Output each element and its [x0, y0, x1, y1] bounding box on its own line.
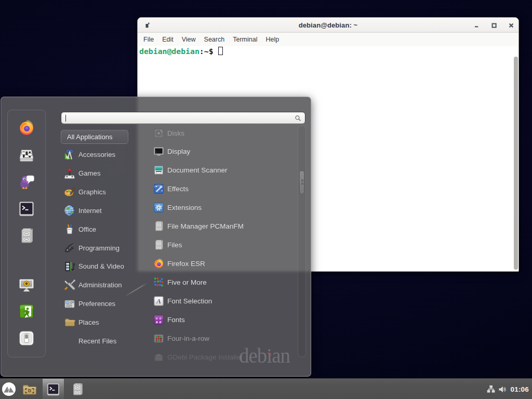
session-shut-down-icon[interactable]: [18, 330, 35, 347]
app-label: File Manager PCManFM: [167, 222, 244, 230]
category-administration[interactable]: Administration: [64, 279, 122, 291]
category-label: Preferences: [78, 300, 115, 308]
taskbar-menu-button[interactable]: [2, 382, 16, 396]
category-label: Programming: [78, 244, 119, 252]
app-label: Font Selection: [167, 297, 212, 305]
fonts-icon: aaaa: [153, 314, 164, 325]
favorite-terminal-icon[interactable]: [18, 201, 35, 217]
session-lock-screen-icon[interactable]: [18, 277, 35, 294]
terminal-scrollbar[interactable]: [514, 57, 518, 270]
category-graphics[interactable]: Graphics: [64, 185, 106, 198]
category-sound-video[interactable]: Sound & Video: [64, 260, 124, 273]
favorite-firefox-icon[interactable]: [18, 119, 35, 136]
app-firefox-esr[interactable]: Firefox ESR: [153, 257, 205, 270]
app-fonts[interactable]: aaaaFonts: [153, 313, 185, 326]
category-programming[interactable]: Programming: [64, 242, 119, 254]
category-games[interactable]: Games: [64, 167, 101, 180]
app-files[interactable]: Files: [153, 239, 182, 251]
category-places[interactable]: Places: [64, 316, 99, 328]
app-four-in-a-row[interactable]: Four-in-a-row: [153, 332, 209, 344]
close-icon[interactable]: [507, 21, 515, 30]
gdebi-icon: [153, 352, 164, 363]
app-label: Files: [167, 241, 182, 249]
app-disks[interactable]: Disks: [153, 127, 184, 139]
favorite-file-manager-icon[interactable]: [18, 228, 35, 244]
prompt-user-host: debian@debian: [139, 47, 200, 56]
app-label: Firefox ESR: [167, 260, 205, 268]
menubar-item-terminal[interactable]: Terminal: [233, 36, 257, 43]
menubar-item-view[interactable]: View: [182, 36, 196, 43]
scrollbar-grip: [301, 180, 303, 185]
menubar-item-file[interactable]: File: [143, 36, 154, 43]
category-office[interactable]: Office: [64, 223, 96, 235]
graphics-icon: [64, 186, 75, 197]
search-input[interactable]: [61, 112, 305, 124]
session-log-out-icon[interactable]: [18, 303, 35, 320]
category-label: Graphics: [78, 188, 106, 196]
volume-icon[interactable]: [498, 385, 507, 393]
category-all-applications-selected[interactable]: All Applications: [61, 130, 128, 144]
games-icon: [64, 168, 75, 179]
taskbar-launcher-files-folder[interactable]: D: [22, 383, 37, 396]
desktop: { "wallpaper": { "watermark_text": "debi…: [0, 0, 532, 399]
office-icon: [64, 223, 75, 235]
category-internet[interactable]: Internet: [64, 204, 102, 217]
category-label: Administration: [78, 281, 122, 289]
category-recent-files[interactable]: Recent Files: [64, 335, 116, 347]
app-file-manager-pcmanfm[interactable]: File Manager PCManFM: [153, 220, 244, 233]
menubar-item-search[interactable]: Search: [204, 36, 225, 43]
menubar-item-help[interactable]: Help: [265, 36, 279, 43]
apps-scrollbar-track[interactable]: [298, 125, 306, 357]
network-icon[interactable]: [487, 385, 495, 393]
category-label: Accessories: [78, 151, 115, 158]
favorite-volume-mixer-icon[interactable]: [18, 147, 35, 163]
app-label: Fonts: [167, 316, 185, 324]
display-icon: [153, 146, 164, 157]
menubar-item-edit[interactable]: Edit: [162, 36, 174, 43]
category-label: Games: [78, 169, 101, 177]
grip-dot: [301, 180, 303, 181]
programming-icon: [64, 242, 75, 254]
accessories-icon: [64, 149, 75, 161]
terminal-cursor: [218, 47, 223, 55]
app-label: Extensions: [167, 204, 202, 211]
disks-icon: [153, 128, 164, 139]
taskbar-clock[interactable]: 01:06: [510, 385, 529, 393]
app-gdebi-package-installer[interactable]: GDebi Package Installer: [153, 351, 243, 363]
app-label: GDebi Package Installer: [167, 353, 243, 361]
app-effects[interactable]: Effects: [153, 183, 189, 195]
category-preferences[interactable]: Preferences: [64, 298, 115, 310]
apps-scrollbar-thumb[interactable]: [299, 170, 304, 194]
favorite-pidgin-icon[interactable]: [18, 174, 35, 190]
four-in-a-row-icon: [153, 333, 164, 344]
app-font-selection[interactable]: AFont Selection: [153, 295, 212, 307]
category-label: Recent Files: [78, 337, 116, 345]
system-tray: 01:06: [487, 379, 532, 399]
firefox-icon: [153, 258, 164, 269]
category-accessories[interactable]: Accessories: [64, 149, 115, 161]
taskbar-window-terminal[interactable]: [43, 379, 64, 399]
app-document-scanner[interactable]: Document Scanner: [153, 164, 228, 177]
app-five-or-more[interactable]: Five or More: [153, 276, 207, 288]
category-label: Sound & Video: [78, 262, 124, 270]
administration-icon: [64, 280, 75, 291]
app-label: Document Scanner: [167, 166, 228, 174]
svg-text:a: a: [156, 320, 158, 324]
taskbar: 01:06 D: [0, 378, 532, 399]
terminal-menubar: FileEditViewSearchTerminalHelp: [138, 33, 518, 46]
app-display[interactable]: Display: [153, 145, 190, 158]
app-label: Five or More: [167, 278, 207, 286]
app-extensions[interactable]: Extensions: [153, 202, 202, 214]
hover-trail-line: [125, 283, 148, 296]
category-label: Office: [78, 225, 96, 233]
maximize-icon[interactable]: [490, 21, 498, 30]
terminal-titlebar[interactable]: debian@debian: ~: [138, 18, 518, 33]
minimize-icon[interactable]: [472, 21, 481, 30]
category-label: Internet: [78, 207, 102, 215]
effects-icon: [153, 183, 164, 194]
file-cabinet-icon: [153, 221, 164, 232]
taskbar-launcher-file-cabinet[interactable]: [71, 382, 84, 397]
places-icon: [64, 316, 75, 328]
svg-text:D: D: [28, 389, 31, 393]
prompt-suffix: :~$: [200, 47, 214, 56]
